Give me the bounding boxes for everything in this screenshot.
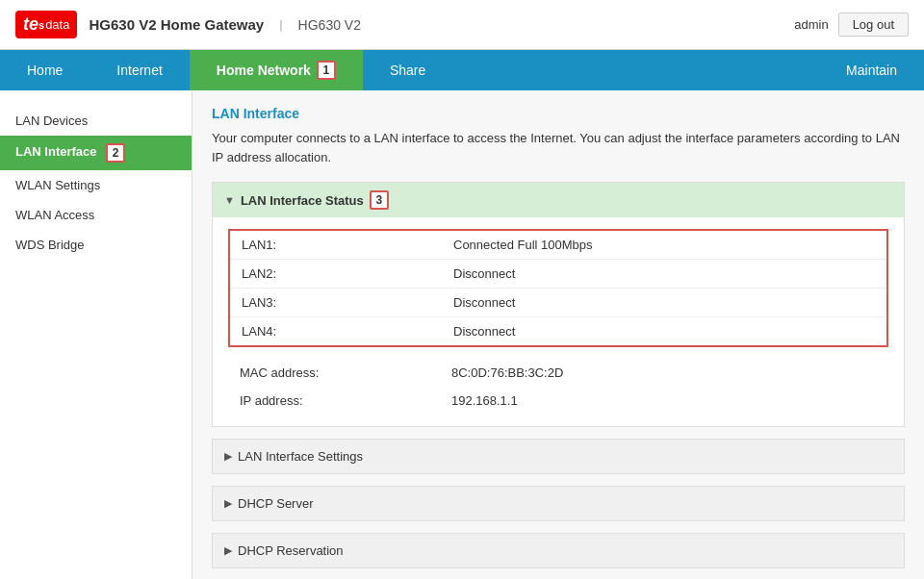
nav-item-maintain[interactable]: Maintain [819, 50, 924, 90]
nav-item-share[interactable]: Share [363, 50, 452, 90]
main-nav: Home Internet Home Network 1 Share Maint… [0, 50, 924, 90]
lan-interface-settings-panel: ▶ LAN Interface Settings [212, 439, 905, 474]
sidebar-item-wds-bridge[interactable]: WDS Bridge [0, 230, 192, 260]
lan4-label: LAN4: [242, 324, 453, 339]
nav-item-home-network[interactable]: Home Network 1 [190, 50, 363, 90]
lan-interface-status-title: LAN Interface Status [241, 193, 364, 208]
page-heading: LAN Interface [212, 106, 905, 121]
lan3-label: LAN3: [242, 295, 453, 310]
lan4-row: LAN4: Disconnect [230, 317, 886, 345]
dhcp-reservation-label: DHCP Reservation [238, 543, 344, 558]
header-subtitle: HG630 V2 [298, 17, 361, 33]
collapse-arrow-icon: ▼ [224, 194, 235, 206]
page-body: LAN Devices LAN Interface 2 WLAN Setting… [0, 90, 924, 579]
lan1-label: LAN1: [242, 238, 453, 252]
mac-label: MAC address: [240, 365, 451, 380]
expand-arrow-icon: ▶ [224, 450, 232, 463]
ip-label: IP address: [240, 393, 451, 408]
lan1-row: LAN1: Connected Full 100Mbps [230, 231, 886, 260]
lan-interface-status-header[interactable]: ▼ LAN Interface Status 3 [213, 183, 904, 217]
main-content: LAN Interface Your computer connects to … [192, 90, 924, 579]
lan2-row: LAN2: Disconnect [230, 260, 886, 289]
admin-label: admin [794, 17, 828, 32]
lan-interface-status-body: LAN1: Connected Full 100Mbps LAN2: Disco… [213, 217, 904, 426]
mac-address-row: MAC address: 8C:0D:76:BB:3C:2D [228, 359, 888, 387]
lan-interface-settings-label: LAN Interface Settings [238, 449, 363, 464]
dhcp-reservation-header[interactable]: ▶ DHCP Reservation [213, 534, 904, 567]
dhcp-server-header[interactable]: ▶ DHCP Server [213, 487, 904, 520]
logo-data: data [45, 17, 69, 32]
header: tesdata HG630 V2 Home Gateway | HG630 V2… [0, 0, 924, 50]
page-description: Your computer connects to a LAN interfac… [212, 129, 905, 166]
nav-badge: 1 [317, 61, 336, 80]
sidebar: LAN Devices LAN Interface 2 WLAN Setting… [0, 90, 192, 579]
logo: tesdata [15, 11, 77, 38]
lan-interface-settings-header[interactable]: ▶ LAN Interface Settings [213, 440, 904, 473]
nav-spacer [452, 50, 819, 90]
lan2-value: Disconnect [453, 266, 515, 281]
sidebar-item-lan-interface[interactable]: LAN Interface 2 [0, 136, 192, 170]
expand-arrow-icon-3: ▶ [224, 544, 232, 557]
expand-arrow-icon-2: ▶ [224, 497, 232, 510]
lan2-label: LAN2: [242, 266, 453, 281]
lan4-value: Disconnect [453, 324, 515, 339]
logo-s: s [38, 19, 44, 31]
ip-address-row: IP address: 192.168.1.1 [228, 387, 888, 415]
dhcp-server-panel: ▶ DHCP Server [212, 486, 905, 521]
nav-item-home[interactable]: Home [0, 50, 90, 90]
dhcp-reservation-panel: ▶ DHCP Reservation [212, 533, 905, 568]
lan1-value: Connected Full 100Mbps [453, 238, 593, 252]
header-left: tesdata HG630 V2 Home Gateway | HG630 V2 [15, 11, 361, 38]
header-right: admin Log out [794, 13, 909, 37]
lan-interface-status-panel: ▼ LAN Interface Status 3 LAN1: Connected… [212, 182, 905, 427]
lan3-row: LAN3: Disconnect [230, 289, 886, 317]
ip-value: 192.168.1.1 [451, 393, 518, 408]
sidebar-badge: 2 [106, 143, 125, 163]
logout-button[interactable]: Log out [838, 13, 909, 37]
lan-ports-status-table: LAN1: Connected Full 100Mbps LAN2: Disco… [228, 229, 888, 347]
sidebar-item-wlan-settings[interactable]: WLAN Settings [0, 170, 192, 200]
dhcp-server-label: DHCP Server [238, 496, 314, 511]
sidebar-item-lan-devices[interactable]: LAN Devices [0, 106, 192, 136]
section-badge: 3 [370, 190, 389, 210]
sidebar-item-wlan-access[interactable]: WLAN Access [0, 200, 192, 230]
lan3-value: Disconnect [453, 295, 515, 310]
logo-te: te [23, 14, 38, 35]
header-title: HG630 V2 Home Gateway [89, 16, 264, 33]
header-divider: | [279, 17, 282, 32]
nav-item-internet[interactable]: Internet [90, 50, 189, 90]
mac-value: 8C:0D:76:BB:3C:2D [451, 365, 563, 380]
